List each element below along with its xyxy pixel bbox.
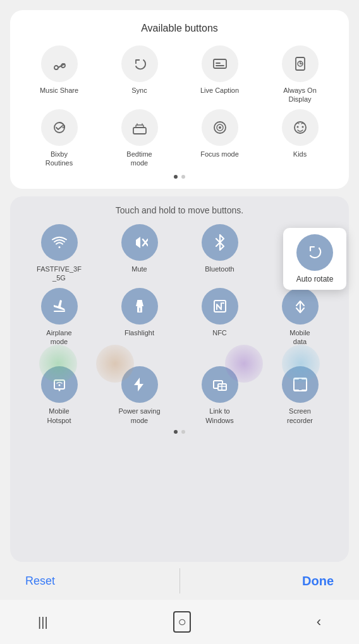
svg-rect-12 [133, 128, 146, 134]
action-divider [180, 568, 180, 593]
list-item[interactable]: Power savingmode [100, 366, 178, 425]
mobile-data-label: Mobiledata [289, 328, 310, 347]
kids-icon [282, 109, 319, 146]
always-on-display-label: Always OnDisplay [283, 86, 317, 104]
list-item[interactable]: Mobiledata [261, 288, 339, 347]
list-item[interactable]: Bedtimemode [100, 109, 178, 168]
active-row-3: MobileHotspot Power savingmode [20, 366, 339, 425]
list-item[interactable]: Flashlight [100, 288, 178, 347]
list-item[interactable]: FASTFIVE_3F_5G [20, 224, 98, 283]
auto-rotate-tooltip: Auto rotate [283, 228, 346, 290]
active-row-2: Airplanemode Flashlight [20, 288, 339, 347]
live-caption-label: Live Caption [200, 86, 239, 95]
svg-rect-42 [301, 378, 307, 379]
mute-label: Mute [131, 265, 147, 273]
flashlight-label: Flashlight [125, 328, 154, 337]
action-buttons-row: Reset Done [0, 562, 359, 600]
list-item[interactable]: Sync [100, 45, 178, 104]
power-saving-icon [121, 366, 158, 403]
wifi-label: FASTFIVE_3F_5G [37, 265, 82, 283]
active-panel-dots [20, 430, 339, 434]
svg-rect-44 [301, 390, 307, 391]
dot-active-2 [181, 430, 185, 434]
list-item[interactable]: Link toWindows [181, 366, 259, 425]
list-item[interactable]: Music Share [20, 45, 98, 104]
bedtime-mode-icon [121, 109, 158, 146]
active-panel: Touch and hold to move buttons. FASTFIVE… [10, 196, 349, 562]
list-item[interactable]: Mute [100, 224, 178, 283]
airplane-mode-icon [41, 288, 78, 325]
nfc-icon [202, 288, 238, 325]
airplane-mode-label: Airplanemode [46, 328, 71, 347]
list-item[interactable]: Bluetooth [181, 224, 259, 283]
available-buttons-grid: Music Share Sync [20, 45, 339, 167]
power-saving-label: Power savingmode [118, 407, 160, 425]
always-on-display-icon [282, 45, 319, 82]
svg-point-18 [219, 126, 221, 129]
available-panel-title: Available buttons [20, 23, 339, 34]
home-icon[interactable]: ○ [173, 611, 190, 633]
auto-rotate-tooltip-label: Auto rotate [296, 275, 334, 283]
svg-rect-25 [54, 311, 65, 312]
reset-button[interactable]: Reset [25, 575, 55, 588]
mobile-data-icon [282, 288, 319, 325]
bluetooth-icon [202, 224, 238, 261]
svg-point-0 [54, 66, 58, 69]
nfc-label: NFC [212, 328, 227, 337]
screen-recorder-label: Screenrecorder [287, 407, 313, 425]
done-button[interactable]: Done [302, 574, 334, 588]
svg-rect-28 [137, 300, 142, 302]
bixby-routines-icon [41, 109, 78, 146]
list-item[interactable]: MobileHotspot [20, 366, 98, 425]
auto-rotate-tooltip-icon [296, 234, 333, 271]
svg-marker-27 [136, 301, 143, 306]
back-icon[interactable]: ‹ [317, 614, 321, 630]
sync-icon [121, 45, 158, 82]
list-item[interactable]: BixbyRoutines [20, 109, 98, 168]
svg-point-21 [301, 126, 303, 128]
available-panel: Available buttons Music Share [10, 10, 349, 189]
flashlight-icon [121, 288, 158, 325]
svg-marker-22 [136, 237, 140, 248]
touch-hint: Touch and hold to move buttons. [20, 205, 339, 215]
navigation-bar: ||| ○ ‹ [0, 600, 359, 644]
kids-label: Kids [293, 150, 307, 158]
recent-apps-icon[interactable]: ||| [38, 615, 48, 629]
live-caption-icon [202, 45, 238, 82]
screen-recorder-icon [282, 366, 319, 403]
svg-rect-30 [214, 301, 226, 312]
sync-label: Sync [131, 86, 147, 95]
phone-container: Available buttons Music Share [0, 0, 359, 644]
list-item[interactable]: Focus mode [181, 109, 259, 168]
svg-rect-43 [294, 390, 299, 391]
svg-rect-40 [294, 378, 307, 391]
list-item[interactable]: Screenrecorder [261, 366, 339, 425]
focus-mode-label: Focus mode [200, 150, 239, 158]
available-panel-dots [20, 175, 339, 179]
music-share-label: Music Share [40, 86, 78, 95]
list-item[interactable]: NFC [181, 288, 259, 347]
bluetooth-label: Bluetooth [205, 265, 234, 273]
dot-2 [181, 175, 185, 179]
list-item[interactable]: Airplanemode [20, 288, 98, 347]
dot-active-1 [174, 430, 178, 434]
svg-point-20 [296, 126, 298, 128]
svg-rect-41 [294, 378, 299, 379]
wifi-icon [41, 224, 78, 261]
dot-1 [174, 175, 178, 179]
svg-point-35 [58, 385, 60, 386]
link-to-windows-label: Link toWindows [205, 407, 234, 425]
focus-mode-icon [202, 109, 238, 146]
mobile-hotspot-label: MobileHotspot [47, 407, 71, 425]
list-item[interactable]: Kids [261, 109, 339, 168]
bixby-routines-label: BixbyRoutines [46, 150, 73, 168]
list-item[interactable]: Live Caption [181, 45, 259, 104]
mobile-hotspot-icon [41, 366, 78, 403]
list-item[interactable]: Always OnDisplay [261, 45, 339, 104]
svg-rect-4 [214, 59, 226, 68]
link-to-windows-icon [202, 366, 238, 403]
music-share-icon [41, 45, 78, 82]
mute-icon [121, 224, 158, 261]
bedtime-mode-label: Bedtimemode [126, 150, 152, 168]
